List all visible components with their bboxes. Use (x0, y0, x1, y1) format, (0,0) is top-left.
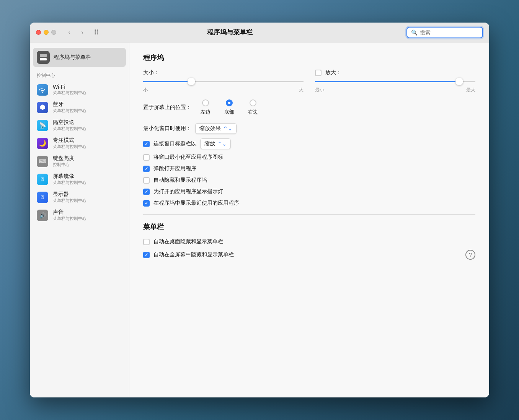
size-thumb[interactable] (188, 78, 195, 85)
content-area: 程序坞与菜单栏 控制中心 Wi-Fi 菜单栏与控制中心 ⬢ (30, 42, 489, 397)
svg-rect-0 (40, 58, 47, 60)
display-icon: 🖥 (37, 192, 48, 203)
auto-hide-fullscreen-label: 自动在全屏幕中隐藏和显示菜单栏 (153, 251, 234, 258)
focus-icon: 🌙 (37, 138, 48, 149)
focus-texts: 专注模式 菜单栏与控制中心 (53, 137, 86, 150)
sidebar-item-focus[interactable]: 🌙 专注模式 菜单栏与控制中心 (30, 134, 129, 152)
search-icon: 🔍 (411, 29, 418, 36)
magnify-checkbox[interactable] (315, 70, 322, 76)
minimize-effect-row: 最小化窗口时使用： 缩放效果 ⌃⌄ (143, 123, 475, 134)
show-recent-checkbox[interactable] (143, 200, 150, 207)
traffic-lights (36, 30, 56, 35)
connect-windows-value: 缩放 (204, 140, 215, 147)
menubar-section-title: 菜单栏 (143, 222, 475, 231)
mirror-texts: 屏幕镜像 菜单栏与控制中心 (53, 173, 86, 186)
position-right[interactable]: 右边 (248, 99, 258, 116)
search-input[interactable] (420, 29, 478, 36)
connect-windows-row: 连接窗口标题栏以 缩放 ⌃⌄ (143, 138, 475, 149)
position-left-label: 左边 (201, 109, 211, 116)
sliders-row: 大小： 小 大 (143, 69, 475, 93)
magnify-thumb[interactable] (455, 78, 463, 85)
position-bottom-radio[interactable] (226, 99, 233, 106)
sidebar-item-keyboard[interactable]: ⌨ 键盘亮度 控制中心 (30, 152, 129, 170)
position-left[interactable]: 左边 (201, 99, 211, 116)
position-bottom-label: 底部 (224, 109, 234, 116)
fullscreen-button[interactable] (51, 30, 56, 35)
sidebar-section-label: 控制中心 (30, 68, 129, 81)
minimize-effect-select[interactable]: 缩放效果 ⌃⌄ (195, 123, 237, 134)
sidebar-item-wifi[interactable]: Wi-Fi 菜单栏与控制中心 (30, 81, 129, 98)
sidebar-item-airdrop[interactable]: 📡 隔空投送 菜单栏与控制中心 (30, 116, 129, 134)
auto-hide-desktop-row: 自动在桌面隐藏和显示菜单栏 (143, 238, 475, 245)
bluetooth-texts: 蓝牙 菜单栏与控制中心 (53, 101, 86, 114)
sound-texts: 声音 菜单栏与控制中心 (53, 209, 86, 221)
close-button[interactable] (36, 30, 41, 35)
titlebar: ‹ › ⠿ 程序坞与菜单栏 🔍 (30, 23, 489, 42)
auto-hide-label: 自动隐藏和显示程序坞 (153, 177, 207, 184)
minimize-to-icon-label: 将窗口最小化至应用程序图标 (153, 154, 223, 161)
dock-section-title: 程序坞 (143, 53, 475, 62)
auto-hide-desktop-checkbox[interactable] (143, 239, 150, 245)
main-window: ‹ › ⠿ 程序坞与菜单栏 🔍 程序坞与菜单栏 控制中心 (30, 23, 489, 397)
sound-icon: 🔊 (37, 210, 48, 221)
size-slider[interactable] (143, 78, 304, 85)
minimize-effect-value: 缩放效果 (199, 125, 221, 132)
bounce-row: 弹跳打开应用程序 (143, 165, 475, 172)
sidebar-active-label: 程序坞与菜单栏 (54, 54, 91, 61)
sidebar-item-sound[interactable]: 🔊 声音 菜单栏与控制中心 (30, 206, 129, 224)
sidebar-item-dock-menubar[interactable]: 程序坞与菜单栏 (33, 48, 126, 67)
sidebar-item-bluetooth[interactable]: ⬢ 蓝牙 菜单栏与控制中心 (30, 98, 129, 116)
magnify-max-label: 最大 (466, 87, 475, 93)
show-recent-row: 在程序坞中显示最近使用的应用程序 (143, 200, 475, 207)
size-label: 大小： (143, 69, 159, 76)
minimize-to-icon-checkbox[interactable] (143, 154, 150, 161)
airdrop-icon: 📡 (37, 120, 48, 131)
nav-buttons: ‹ › (64, 27, 88, 38)
connect-windows-checkbox[interactable] (143, 141, 150, 147)
minimize-label: 最小化窗口时使用： (143, 125, 191, 132)
size-min-label: 小 (143, 87, 148, 93)
bounce-checkbox[interactable] (143, 166, 150, 172)
size-slider-col: 大小： 小 大 (143, 69, 304, 93)
position-radio-group: 左边 底部 右边 (201, 99, 258, 116)
sidebar-item-display[interactable]: 🖥 显示器 菜单栏与控制中心 (30, 188, 129, 206)
magnify-slider[interactable] (315, 78, 475, 85)
sidebar-item-mirror[interactable]: 🖥 屏幕镜像 菜单栏与控制中心 (30, 170, 129, 188)
size-max-label: 大 (299, 87, 304, 93)
minimize-chevron-icon: ⌃⌄ (223, 125, 232, 132)
section-divider (143, 214, 475, 215)
help-button[interactable]: ? (465, 250, 475, 260)
window-title: 程序坞与菜单栏 (103, 28, 356, 37)
keyboard-texts: 键盘亮度 控制中心 (53, 155, 74, 168)
connect-windows-chevron-icon: ⌃⌄ (217, 141, 227, 147)
auto-hide-fullscreen-row: 自动在全屏幕中隐藏和显示菜单栏 ? (143, 250, 475, 260)
position-bottom[interactable]: 底部 (224, 99, 234, 116)
show-indicators-row: 为打开的应用程序显示指示灯 (143, 188, 475, 195)
airdrop-texts: 隔空投送 菜单栏与控制中心 (53, 119, 86, 132)
keyboard-icon: ⌨ (37, 156, 48, 167)
forward-button[interactable]: › (77, 27, 88, 38)
wifi-icon (37, 84, 48, 96)
connect-windows-label: 连接窗口标题栏以 (153, 140, 196, 147)
position-right-radio[interactable] (250, 99, 256, 106)
wifi-texts: Wi-Fi 菜单栏与控制中心 (53, 84, 86, 96)
magnify-slider-col: 放大： 最小 最大 (315, 69, 475, 93)
auto-hide-fullscreen-checkbox[interactable] (143, 252, 150, 258)
connect-windows-select[interactable]: 缩放 ⌃⌄ (200, 138, 231, 149)
main-content: 程序坞 大小： 小 大 (129, 42, 489, 397)
show-recent-label: 在程序坞中显示最近使用的应用程序 (153, 200, 239, 207)
svg-rect-1 (40, 54, 47, 57)
back-button[interactable]: ‹ (64, 27, 75, 38)
auto-hide-checkbox[interactable] (143, 177, 150, 184)
show-indicators-checkbox[interactable] (143, 189, 150, 195)
dock-icon-svg (39, 54, 47, 61)
search-box[interactable]: 🔍 (406, 27, 483, 38)
auto-hide-row: 自动隐藏和显示程序坞 (143, 177, 475, 184)
auto-hide-desktop-label: 自动在桌面隐藏和显示菜单栏 (153, 238, 223, 245)
show-indicators-label: 为打开的应用程序显示指示灯 (153, 188, 223, 195)
bluetooth-icon: ⬢ (37, 102, 48, 113)
magnify-min-label: 最小 (315, 87, 324, 93)
position-left-radio[interactable] (202, 99, 209, 106)
display-texts: 显示器 菜单栏与控制中心 (53, 191, 86, 203)
minimize-button[interactable] (44, 30, 49, 35)
